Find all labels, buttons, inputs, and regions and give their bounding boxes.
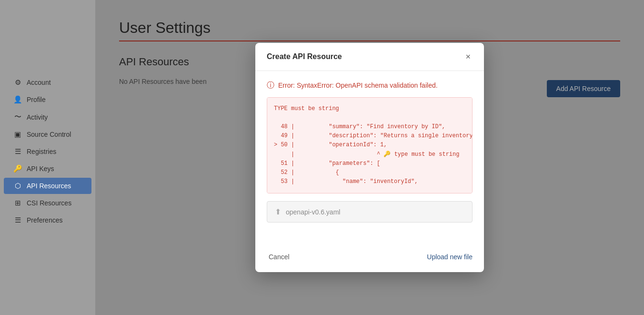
create-api-resource-modal: Create API Resource × ⓘ Error: SyntaxErr… — [255, 43, 484, 273]
sidebar-item-label: Source Control — [27, 131, 71, 138]
modal-footer: Cancel Upload new file — [255, 242, 484, 272]
sidebar-item-api-keys[interactable]: 🔑 API Keys — [4, 161, 91, 177]
csi-resources-icon: ⊞ — [13, 199, 22, 207]
modal-header: Create API Resource × — [255, 43, 484, 71]
modal-body: ⓘ Error: SyntaxError: OpenAPI schema val… — [255, 71, 484, 242]
sidebar-item-account[interactable]: ⚙ Account — [4, 74, 91, 91]
modal-overlay: Create API Resource × ⓘ Error: SyntaxErr… — [95, 0, 644, 315]
source-control-icon: ▣ — [13, 130, 22, 139]
file-upload-area[interactable]: ⬆ openapi-v0.6.yaml — [267, 201, 473, 223]
cancel-button[interactable]: Cancel — [267, 249, 292, 264]
preferences-icon: ☰ — [13, 216, 22, 224]
registries-icon: ☰ — [13, 147, 22, 156]
sidebar-item-label: Profile — [27, 96, 46, 103]
file-upload-icon: ⬆ — [275, 207, 281, 216]
modal-title: Create API Resource — [267, 52, 342, 61]
sidebar-item-label: API Resources — [27, 182, 71, 190]
api-keys-icon: 🔑 — [13, 164, 22, 173]
upload-new-file-link[interactable]: Upload new file — [427, 253, 473, 261]
error-message: ⓘ Error: SyntaxError: OpenAPI schema val… — [267, 81, 473, 91]
modal-close-button[interactable]: × — [463, 51, 473, 62]
sidebar-item-label: API Keys — [27, 165, 54, 173]
sidebar-item-source-control[interactable]: ▣ Source Control — [4, 126, 91, 142]
sidebar-item-label: Activity — [27, 113, 48, 121]
sidebar-item-registries[interactable]: ☰ Registries — [4, 143, 91, 160]
code-block: TYPE must be string 48 | "summary": "Fin… — [267, 97, 473, 194]
file-name: openapi-v0.6.yaml — [286, 208, 340, 216]
profile-icon: 👤 — [13, 95, 22, 104]
sidebar-item-label: Registries — [27, 148, 56, 155]
activity-icon: 〜 — [13, 112, 22, 122]
error-icon: ⓘ — [267, 81, 274, 91]
error-text: Error: SyntaxError: OpenAPI schema valid… — [278, 81, 438, 89]
sidebar-item-label: Preferences — [27, 216, 62, 224]
sidebar-item-profile[interactable]: 👤 Profile — [4, 91, 91, 108]
app-container: ⚙ Account 👤 Profile 〜 Activity ▣ Source … — [0, 0, 644, 315]
api-resources-icon: ⬡ — [13, 182, 22, 190]
sidebar-item-preferences[interactable]: ☰ Preferences — [4, 212, 91, 228]
account-icon: ⚙ — [13, 78, 22, 87]
sidebar-item-label: Account — [27, 79, 51, 86]
sidebar-item-csi-resources[interactable]: ⊞ CSI Resources — [4, 195, 91, 211]
sidebar-item-activity[interactable]: 〜 Activity — [4, 109, 91, 125]
sidebar: ⚙ Account 👤 Profile 〜 Activity ▣ Source … — [0, 0, 95, 315]
sidebar-item-label: CSI Resources — [27, 199, 71, 207]
sidebar-item-api-resources[interactable]: ⬡ API Resources — [4, 178, 91, 194]
main-content: User Settings API Resources No API Resou… — [95, 0, 644, 315]
